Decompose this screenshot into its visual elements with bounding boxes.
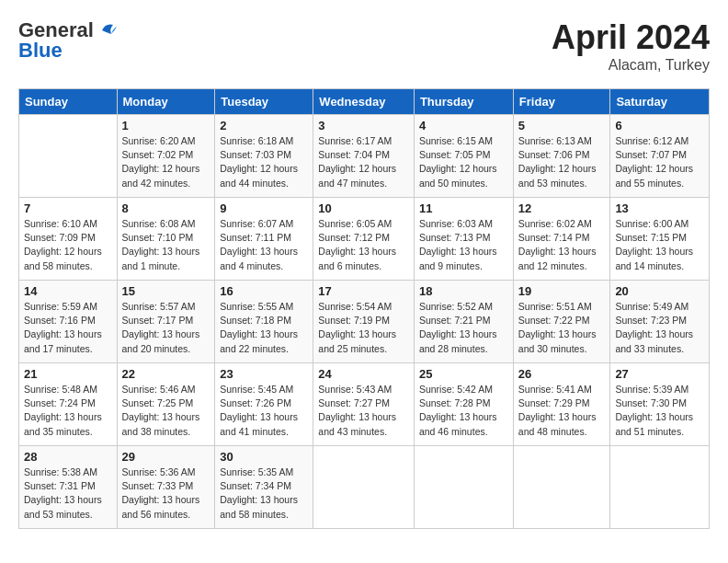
calendar-cell: 2Sunrise: 6:18 AMSunset: 7:03 PMDaylight… xyxy=(215,115,313,198)
day-number: 25 xyxy=(419,367,508,381)
header-sunday: Sunday xyxy=(19,89,118,115)
calendar-cell: 9Sunrise: 6:07 AMSunset: 7:11 PMDaylight… xyxy=(215,198,313,281)
day-info: Sunrise: 5:57 AMSunset: 7:17 PMDaylight:… xyxy=(122,300,210,356)
page-header: General Blue April 2024 Alacam, Turkey xyxy=(18,18,710,74)
day-info: Sunrise: 5:45 AMSunset: 7:26 PMDaylight:… xyxy=(220,383,308,439)
header-friday: Friday xyxy=(513,89,610,115)
day-info: Sunrise: 5:54 AMSunset: 7:19 PMDaylight:… xyxy=(318,300,409,356)
day-number: 11 xyxy=(419,201,508,215)
day-info: Sunrise: 6:03 AMSunset: 7:13 PMDaylight:… xyxy=(419,217,508,273)
day-info: Sunrise: 5:43 AMSunset: 7:27 PMDaylight:… xyxy=(318,383,409,439)
calendar-cell xyxy=(414,446,513,529)
calendar-cell: 4Sunrise: 6:15 AMSunset: 7:05 PMDaylight… xyxy=(414,115,513,198)
calendar-cell: 27Sunrise: 5:39 AMSunset: 7:30 PMDayligh… xyxy=(610,363,710,446)
day-info: Sunrise: 5:38 AMSunset: 7:31 PMDaylight:… xyxy=(24,465,112,522)
day-number: 21 xyxy=(24,367,112,381)
day-number: 5 xyxy=(518,119,606,132)
calendar-week-row: 7Sunrise: 6:10 AMSunset: 7:09 PMDaylight… xyxy=(19,198,710,281)
calendar-cell xyxy=(513,446,610,529)
day-info: Sunrise: 5:52 AMSunset: 7:21 PMDaylight:… xyxy=(419,300,508,356)
calendar-cell: 23Sunrise: 5:45 AMSunset: 7:26 PMDayligh… xyxy=(215,363,313,446)
calendar-cell: 1Sunrise: 6:20 AMSunset: 7:02 PMDaylight… xyxy=(117,115,215,198)
calendar-cell xyxy=(19,115,118,198)
calendar-cell: 17Sunrise: 5:54 AMSunset: 7:19 PMDayligh… xyxy=(313,281,415,363)
calendar-cell: 14Sunrise: 5:59 AMSunset: 7:16 PMDayligh… xyxy=(19,281,118,363)
day-number: 6 xyxy=(615,119,704,132)
day-number: 15 xyxy=(122,284,210,298)
calendar-cell: 10Sunrise: 6:05 AMSunset: 7:12 PMDayligh… xyxy=(313,198,415,281)
day-number: 8 xyxy=(122,201,210,215)
header-tuesday: Tuesday xyxy=(215,89,313,115)
calendar-cell: 26Sunrise: 5:41 AMSunset: 7:29 PMDayligh… xyxy=(513,363,610,446)
calendar-cell: 12Sunrise: 6:02 AMSunset: 7:14 PMDayligh… xyxy=(513,198,610,281)
location: Alacam, Turkey xyxy=(552,57,710,74)
day-number: 30 xyxy=(220,450,308,464)
day-info: Sunrise: 5:51 AMSunset: 7:22 PMDaylight:… xyxy=(518,300,606,356)
calendar-cell: 18Sunrise: 5:52 AMSunset: 7:21 PMDayligh… xyxy=(414,281,513,363)
header-thursday: Thursday xyxy=(414,89,513,115)
header-row: Sunday Monday Tuesday Wednesday Thursday… xyxy=(19,89,710,115)
calendar-cell: 8Sunrise: 6:08 AMSunset: 7:10 PMDaylight… xyxy=(117,198,215,281)
day-number: 29 xyxy=(122,450,210,464)
calendar-cell: 19Sunrise: 5:51 AMSunset: 7:22 PMDayligh… xyxy=(513,281,610,363)
calendar-week-row: 21Sunrise: 5:48 AMSunset: 7:24 PMDayligh… xyxy=(19,363,710,446)
header-monday: Monday xyxy=(117,89,215,115)
calendar-cell: 20Sunrise: 5:49 AMSunset: 7:23 PMDayligh… xyxy=(610,281,710,363)
day-number: 22 xyxy=(122,367,210,381)
calendar-cell: 11Sunrise: 6:03 AMSunset: 7:13 PMDayligh… xyxy=(414,198,513,281)
day-info: Sunrise: 6:15 AMSunset: 7:05 PMDaylight:… xyxy=(419,134,508,190)
day-number: 2 xyxy=(220,119,308,132)
day-number: 16 xyxy=(220,284,308,298)
day-info: Sunrise: 5:42 AMSunset: 7:28 PMDaylight:… xyxy=(419,383,508,439)
day-number: 9 xyxy=(220,201,308,215)
header-wednesday: Wednesday xyxy=(313,89,415,115)
calendar-header: Sunday Monday Tuesday Wednesday Thursday… xyxy=(19,89,710,115)
day-info: Sunrise: 6:08 AMSunset: 7:10 PMDaylight:… xyxy=(122,217,210,273)
day-info: Sunrise: 5:55 AMSunset: 7:18 PMDaylight:… xyxy=(220,300,308,356)
day-number: 7 xyxy=(24,201,112,215)
day-number: 10 xyxy=(318,201,409,215)
calendar-cell: 24Sunrise: 5:43 AMSunset: 7:27 PMDayligh… xyxy=(313,363,415,446)
day-number: 14 xyxy=(24,284,112,298)
calendar-cell: 13Sunrise: 6:00 AMSunset: 7:15 PMDayligh… xyxy=(610,198,710,281)
calendar-cell: 25Sunrise: 5:42 AMSunset: 7:28 PMDayligh… xyxy=(414,363,513,446)
calendar-cell: 28Sunrise: 5:38 AMSunset: 7:31 PMDayligh… xyxy=(19,446,118,529)
day-info: Sunrise: 6:10 AMSunset: 7:09 PMDaylight:… xyxy=(24,217,112,273)
day-info: Sunrise: 5:41 AMSunset: 7:29 PMDaylight:… xyxy=(518,383,606,439)
day-info: Sunrise: 6:13 AMSunset: 7:06 PMDaylight:… xyxy=(518,134,606,190)
day-info: Sunrise: 6:20 AMSunset: 7:02 PMDaylight:… xyxy=(122,134,210,190)
title-block: April 2024 Alacam, Turkey xyxy=(552,18,710,74)
day-number: 17 xyxy=(318,284,409,298)
day-info: Sunrise: 6:12 AMSunset: 7:07 PMDaylight:… xyxy=(615,134,704,190)
day-number: 27 xyxy=(615,367,704,381)
day-number: 28 xyxy=(24,450,112,464)
calendar-cell: 7Sunrise: 6:10 AMSunset: 7:09 PMDaylight… xyxy=(19,198,118,281)
day-number: 12 xyxy=(518,201,606,215)
day-info: Sunrise: 5:36 AMSunset: 7:33 PMDaylight:… xyxy=(122,465,210,522)
calendar-table: Sunday Monday Tuesday Wednesday Thursday… xyxy=(18,88,710,529)
day-info: Sunrise: 6:02 AMSunset: 7:14 PMDaylight:… xyxy=(518,217,606,273)
calendar-cell xyxy=(313,446,415,529)
calendar-cell: 30Sunrise: 5:35 AMSunset: 7:34 PMDayligh… xyxy=(215,446,313,529)
calendar-cell: 6Sunrise: 6:12 AMSunset: 7:07 PMDaylight… xyxy=(610,115,710,198)
calendar-cell: 15Sunrise: 5:57 AMSunset: 7:17 PMDayligh… xyxy=(117,281,215,363)
calendar-cell: 22Sunrise: 5:46 AMSunset: 7:25 PMDayligh… xyxy=(117,363,215,446)
day-info: Sunrise: 6:17 AMSunset: 7:04 PMDaylight:… xyxy=(318,134,409,190)
day-info: Sunrise: 6:18 AMSunset: 7:03 PMDaylight:… xyxy=(220,134,308,190)
day-number: 26 xyxy=(518,367,606,381)
calendar-cell: 21Sunrise: 5:48 AMSunset: 7:24 PMDayligh… xyxy=(19,363,118,446)
day-number: 23 xyxy=(220,367,308,381)
calendar-week-row: 14Sunrise: 5:59 AMSunset: 7:16 PMDayligh… xyxy=(19,281,710,363)
day-number: 20 xyxy=(615,284,704,298)
day-number: 1 xyxy=(122,119,210,132)
day-number: 13 xyxy=(615,201,704,215)
day-number: 4 xyxy=(419,119,508,132)
calendar-cell: 5Sunrise: 6:13 AMSunset: 7:06 PMDaylight… xyxy=(513,115,610,198)
day-number: 3 xyxy=(318,119,409,132)
day-info: Sunrise: 5:39 AMSunset: 7:30 PMDaylight:… xyxy=(615,383,704,439)
day-info: Sunrise: 6:07 AMSunset: 7:11 PMDaylight:… xyxy=(220,217,308,273)
day-info: Sunrise: 5:49 AMSunset: 7:23 PMDaylight:… xyxy=(615,300,704,356)
header-saturday: Saturday xyxy=(610,89,710,115)
logo: General Blue xyxy=(18,18,117,63)
calendar-cell: 29Sunrise: 5:36 AMSunset: 7:33 PMDayligh… xyxy=(117,446,215,529)
